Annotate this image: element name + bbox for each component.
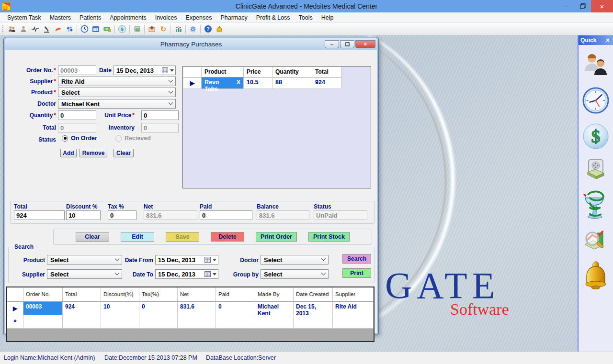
menu-system-task[interactable]: System Task bbox=[3, 13, 45, 22]
quick-appointments-clock-icon[interactable] bbox=[582, 86, 610, 115]
col-product[interactable]: Product bbox=[202, 67, 244, 77]
totals-tax-field[interactable]: 0 bbox=[108, 210, 136, 220]
items-grid-row[interactable]: ▶ Revo Tabs X 10.5 88 924 bbox=[183, 77, 370, 89]
quantity-field[interactable]: 0 bbox=[58, 110, 96, 120]
print-stock-button[interactable]: Print Stock bbox=[308, 232, 350, 242]
col-supplier[interactable]: Supplier bbox=[333, 287, 374, 302]
stock-chart-icon[interactable] bbox=[172, 24, 184, 34]
search-product-combo[interactable]: Select bbox=[47, 255, 122, 265]
save-button[interactable]: Save bbox=[166, 232, 199, 242]
date-from-field[interactable]: 15 Dec, 2013 bbox=[155, 255, 218, 265]
orders-grid-row[interactable]: ▶ 00003 924 10 0 831.6 0 Michael Kent De… bbox=[7, 302, 374, 315]
col-total[interactable]: Total bbox=[63, 287, 101, 302]
dialog-maximize-button[interactable] bbox=[340, 40, 354, 48]
clear-items-button[interactable]: Clear bbox=[114, 149, 134, 157]
patient-icon[interactable] bbox=[18, 24, 29, 34]
row-selector-arrow[interactable]: ▶ bbox=[183, 77, 202, 89]
col-paid[interactable]: Paid bbox=[216, 287, 255, 302]
date-field[interactable]: 15 Dec, 2013 bbox=[114, 66, 176, 75]
edit-button[interactable]: Edit bbox=[121, 232, 154, 242]
quick-patients-icon[interactable] bbox=[582, 50, 610, 79]
product-combo[interactable]: Select bbox=[58, 88, 176, 97]
search-button[interactable]: Search bbox=[342, 254, 371, 264]
menu-pharmacy[interactable]: Pharmacy bbox=[216, 13, 251, 22]
billing-dollar-icon[interactable]: $ bbox=[116, 24, 128, 34]
delete-button[interactable]: Delete bbox=[211, 232, 244, 242]
quick-reports-analysis-icon[interactable] bbox=[582, 227, 610, 254]
date-dropdown-caret[interactable] bbox=[213, 273, 216, 276]
group-by-combo[interactable]: Select bbox=[261, 269, 329, 279]
dialog-close-button[interactable]: × bbox=[355, 40, 375, 48]
reminder-bell-icon[interactable] bbox=[214, 24, 225, 34]
lab-microscope-icon[interactable] bbox=[41, 24, 52, 34]
window-restore-button[interactable] bbox=[575, 0, 591, 12]
menu-invoices[interactable]: Invoices bbox=[151, 13, 182, 22]
date-created-cell[interactable]: Dec 15, 2013 bbox=[294, 302, 333, 315]
paid-cell[interactable]: 0 bbox=[216, 302, 255, 315]
print-button[interactable]: Print bbox=[342, 268, 371, 278]
patients-group-icon[interactable] bbox=[6, 24, 18, 34]
menu-expenses[interactable]: Expenses bbox=[182, 13, 216, 22]
status-on-order-radio[interactable]: On Order bbox=[62, 135, 97, 142]
purchases-box-icon[interactable] bbox=[146, 24, 158, 34]
col-total[interactable]: Total bbox=[312, 67, 341, 77]
appointments-clock-icon[interactable] bbox=[79, 24, 90, 34]
clear-button[interactable]: Clear bbox=[76, 232, 109, 242]
date-dropdown-caret[interactable] bbox=[170, 69, 174, 72]
doctor-combo[interactable]: Michael Kent bbox=[58, 99, 176, 109]
prescription-pen-icon[interactable] bbox=[52, 24, 64, 34]
search-supplier-combo[interactable]: Select bbox=[47, 269, 122, 279]
dialog-titlebar[interactable]: Pharmacy Purchases – × bbox=[5, 38, 377, 50]
vitals-pulse-icon[interactable] bbox=[29, 24, 41, 34]
col-made-by[interactable]: Made By bbox=[255, 287, 294, 302]
toolbar-grip[interactable] bbox=[2, 25, 4, 33]
menu-profit-loss[interactable]: Profit & Loss bbox=[252, 13, 295, 22]
payments-icon[interactable] bbox=[102, 24, 113, 34]
col-date-created[interactable]: Date Created bbox=[294, 287, 333, 302]
totals-paid-field[interactable]: 0 bbox=[200, 210, 252, 220]
print-order-button[interactable]: Print Order bbox=[256, 232, 297, 242]
quick-pharmacy-bowl-icon[interactable] bbox=[582, 187, 610, 221]
services-flower-icon[interactable] bbox=[64, 24, 75, 34]
order-no-cell[interactable]: 00003 bbox=[23, 302, 63, 315]
tax-cell[interactable]: 0 bbox=[139, 302, 178, 315]
menu-appointments[interactable]: Appointments bbox=[105, 13, 150, 22]
calendar-icon[interactable] bbox=[204, 257, 211, 263]
quantity-cell[interactable]: 88 bbox=[272, 77, 312, 89]
row-selector-header[interactable] bbox=[7, 287, 23, 302]
menu-tools[interactable]: Tools bbox=[295, 13, 317, 22]
menu-patients[interactable]: Patients bbox=[75, 13, 105, 22]
search-doctor-combo[interactable]: Select bbox=[261, 255, 329, 265]
price-cell[interactable]: 10.5 bbox=[244, 77, 272, 89]
calendar-icon[interactable] bbox=[204, 271, 211, 277]
discount-cell[interactable]: 10 bbox=[101, 302, 139, 315]
quick-cash-box-icon[interactable] bbox=[582, 157, 610, 180]
col-order-no[interactable]: Order No. bbox=[23, 287, 63, 302]
row-selector-arrow[interactable]: ▶ bbox=[7, 302, 23, 315]
total-cell[interactable]: 924 bbox=[63, 302, 101, 315]
quick-reminder-bell-icon[interactable] bbox=[582, 260, 610, 292]
col-price[interactable]: Price bbox=[244, 67, 272, 77]
calendar-icon[interactable] bbox=[90, 24, 102, 34]
unit-price-field[interactable]: 0 bbox=[141, 110, 179, 120]
col-net[interactable]: Net bbox=[178, 287, 216, 302]
totals-total-field[interactable]: 924 bbox=[14, 210, 65, 220]
net-cell[interactable]: 831.6 bbox=[178, 302, 216, 315]
refresh-icon[interactable]: ↻ bbox=[158, 24, 169, 34]
expenses-box-icon[interactable] bbox=[131, 24, 143, 34]
menu-help[interactable]: Help bbox=[317, 13, 338, 22]
product-cell[interactable]: Revo Tabs X bbox=[202, 77, 244, 89]
total-cell[interactable]: 924 bbox=[312, 77, 341, 89]
add-button[interactable]: Add bbox=[60, 149, 77, 157]
row-selector-header[interactable] bbox=[183, 67, 202, 77]
window-close-button[interactable]: × bbox=[591, 0, 613, 12]
quick-panel-close-icon[interactable]: × bbox=[604, 36, 611, 44]
menu-masters[interactable]: Masters bbox=[45, 13, 75, 22]
calendar-icon[interactable] bbox=[162, 67, 168, 73]
window-minimize-button[interactable]: – bbox=[558, 0, 575, 12]
supplier-combo[interactable]: Rite Aid bbox=[58, 77, 176, 86]
col-tax[interactable]: Tax(%) bbox=[139, 287, 178, 302]
remove-button[interactable]: Remove bbox=[79, 149, 107, 157]
col-discount[interactable]: Discount(%) bbox=[101, 287, 139, 302]
supplier-cell[interactable]: Rite Aid bbox=[333, 302, 374, 315]
